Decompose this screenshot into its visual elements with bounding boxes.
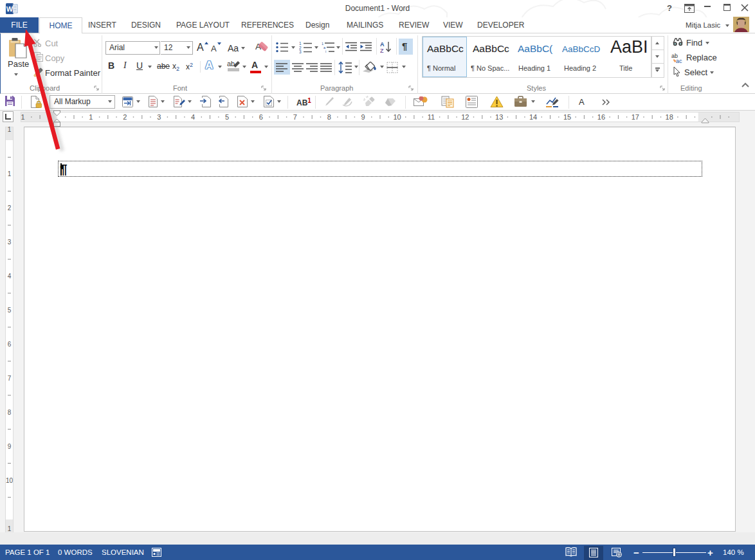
- svg-text:4: 4: [191, 113, 195, 121]
- svg-text:4: 4: [8, 273, 12, 280]
- svg-text:11: 11: [428, 113, 435, 121]
- svg-text:6: 6: [259, 113, 263, 121]
- svg-text:18: 18: [666, 113, 673, 121]
- svg-text:A: A: [380, 41, 385, 48]
- svg-text:3: 3: [8, 239, 12, 246]
- svg-text:14: 14: [529, 113, 537, 121]
- svg-text:3: 3: [299, 50, 302, 53]
- svg-text:5: 5: [225, 113, 229, 121]
- svg-text:7: 7: [293, 113, 297, 121]
- svg-text:9: 9: [8, 443, 12, 450]
- svg-text:8: 8: [327, 113, 331, 121]
- svg-text:12: 12: [461, 113, 469, 121]
- svg-text:5: 5: [8, 307, 12, 314]
- svg-text:1: 1: [8, 525, 12, 532]
- svg-text:1: 1: [8, 127, 12, 133]
- svg-text:3: 3: [157, 113, 161, 121]
- svg-text:10: 10: [393, 113, 401, 121]
- svg-text:Z: Z: [380, 48, 384, 54]
- svg-text:1: 1: [89, 113, 93, 121]
- svg-text:9: 9: [361, 113, 365, 121]
- svg-text:15: 15: [563, 113, 571, 121]
- svg-text:13: 13: [495, 113, 503, 121]
- svg-text:10: 10: [6, 477, 14, 484]
- svg-text:1: 1: [21, 113, 25, 121]
- svg-text:i: i: [325, 50, 326, 53]
- svg-text:17: 17: [632, 113, 639, 121]
- svg-text:16: 16: [597, 113, 605, 121]
- svg-text:2: 2: [123, 113, 127, 121]
- svg-text:1: 1: [8, 170, 12, 177]
- svg-text:a: a: [323, 46, 326, 50]
- svg-text:7: 7: [8, 375, 12, 382]
- svg-text:8: 8: [8, 409, 12, 416]
- svg-text:ac: ac: [676, 58, 682, 63]
- svg-text:ab: ab: [227, 60, 235, 68]
- svg-text:6: 6: [8, 341, 12, 348]
- svg-text:2: 2: [8, 204, 12, 212]
